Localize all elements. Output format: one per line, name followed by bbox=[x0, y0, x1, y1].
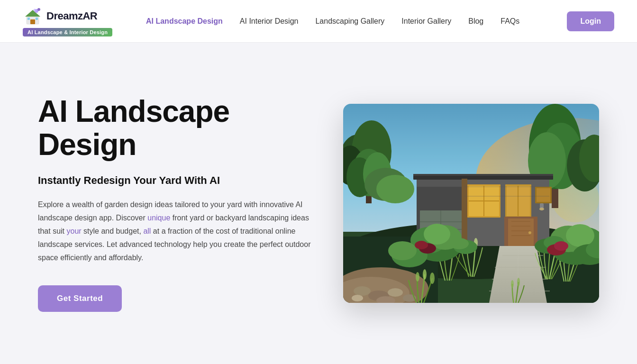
logo-tagline: AI Landscape & Interior Design bbox=[23, 28, 112, 36]
nav-ai-interior[interactable]: AI Interior Design bbox=[240, 17, 299, 26]
hero-subtitle: Instantly Redesign Your Yard With AI bbox=[38, 174, 315, 187]
hero-desc-highlight1: unique bbox=[147, 214, 170, 222]
hero-image bbox=[343, 104, 599, 303]
hero-title: AI Landscape Design bbox=[38, 95, 315, 162]
nav-blog[interactable]: Blog bbox=[468, 17, 483, 26]
hero-desc-highlight3: all bbox=[143, 227, 151, 235]
logo-name: DreamzAR bbox=[46, 10, 97, 22]
hero-text-area: AI Landscape Design Instantly Redesign Y… bbox=[38, 95, 315, 312]
svg-point-7 bbox=[34, 9, 36, 11]
svg-rect-3 bbox=[27, 18, 30, 20]
hero-image-container bbox=[343, 104, 599, 303]
hero-desc-highlight2: your bbox=[66, 227, 81, 235]
hero-section: AI Landscape Design Instantly Redesign Y… bbox=[0, 43, 637, 364]
logo-area: DreamzAR AI Landscape & Interior Design bbox=[23, 6, 118, 36]
login-button[interactable]: Login bbox=[567, 11, 614, 31]
svg-rect-2 bbox=[30, 19, 35, 24]
svg-point-6 bbox=[37, 8, 40, 11]
nav-faqs[interactable]: FAQs bbox=[500, 17, 519, 26]
get-started-button[interactable]: Get Started bbox=[38, 285, 122, 312]
dreamzar-logo-icon bbox=[23, 6, 43, 26]
hero-desc-part3: style and budget, bbox=[82, 227, 144, 235]
hero-description: Explore a wealth of garden design ideas … bbox=[38, 198, 313, 264]
nav-ai-landscape[interactable]: AI Landscape Design bbox=[146, 17, 223, 26]
header: DreamzAR AI Landscape & Interior Design … bbox=[0, 0, 637, 43]
main-nav: AI Landscape Design AI Interior Design L… bbox=[146, 17, 567, 26]
svg-rect-114 bbox=[343, 104, 599, 303]
svg-rect-4 bbox=[36, 18, 38, 20]
nav-interior-gallery[interactable]: Interior Gallery bbox=[401, 17, 451, 26]
nav-landscaping-gallery[interactable]: Landscaping Gallery bbox=[315, 17, 384, 26]
